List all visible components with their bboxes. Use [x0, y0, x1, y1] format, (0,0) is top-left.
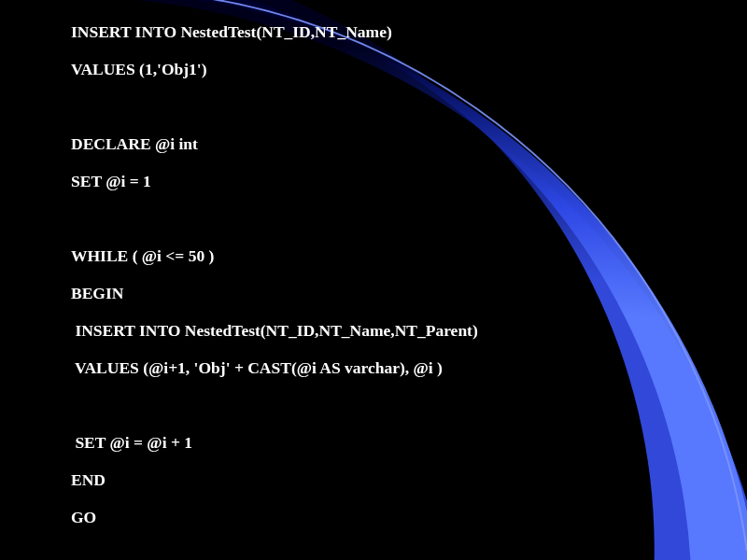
- code-block: INSERT INTO NestedTest(NT_ID,NT_Name) VA…: [71, 22, 691, 545]
- code-line: SET @i = 1: [71, 172, 691, 209]
- code-line: [71, 97, 691, 134]
- code-line: [71, 396, 691, 433]
- code-line: SET @i = @i + 1: [71, 433, 691, 470]
- code-line: END: [71, 470, 691, 508]
- code-line: GO: [71, 508, 691, 545]
- code-line: INSERT INTO NestedTest(NT_ID,NT_Name,NT_…: [71, 321, 691, 358]
- code-line: [71, 209, 691, 246]
- code-line: INSERT INTO NestedTest(NT_ID,NT_Name): [71, 22, 691, 60]
- code-line: DECLARE @i int: [71, 134, 691, 172]
- code-line: VALUES (1,'Obj1'): [71, 60, 691, 97]
- code-line: BEGIN: [71, 284, 691, 321]
- slide: INSERT INTO NestedTest(NT_ID,NT_Name) VA…: [0, 0, 747, 560]
- code-line: WHILE ( @i <= 50 ): [71, 246, 691, 284]
- code-line: VALUES (@i+1, 'Obj' + CAST(@i AS varchar…: [71, 358, 691, 396]
